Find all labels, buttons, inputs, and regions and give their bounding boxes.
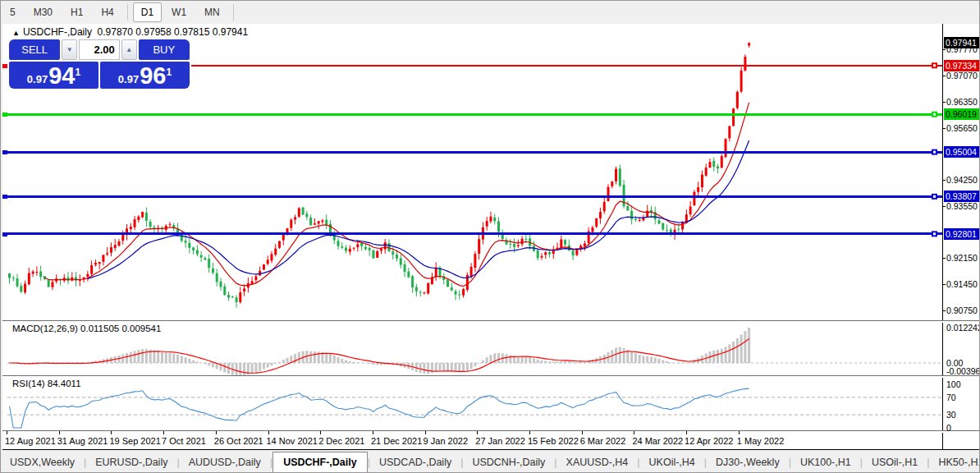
candle <box>584 243 586 246</box>
candle <box>599 212 602 218</box>
hline-left-marker[interactable] <box>2 232 7 236</box>
candle <box>372 250 374 259</box>
candle <box>407 272 410 278</box>
sell-button[interactable]: SELL <box>9 39 60 60</box>
candle <box>544 252 547 255</box>
tab-xauusd-h4[interactable]: XAUUSD-,H4 <box>557 452 638 472</box>
candle <box>642 218 644 220</box>
timeframe-button-m30[interactable]: M30 <box>25 2 61 22</box>
date-axis[interactable]: 12 Aug 202131 Aug 202119 Sep 20217 Oct 2… <box>2 431 942 449</box>
volume-input[interactable]: 2.00 <box>79 39 120 60</box>
candle <box>732 108 735 126</box>
candle <box>455 292 457 295</box>
price-axis-tick: 0.91450 <box>946 278 980 290</box>
rsi-canvas[interactable] <box>7 377 942 431</box>
price-badge-blue-line: 0.95004 <box>944 146 980 158</box>
candle <box>693 192 695 206</box>
buy-price-big: 96 <box>140 64 166 88</box>
candle <box>274 249 277 255</box>
tab-usoil-h1[interactable]: USOil-,H1 <box>863 452 927 472</box>
candle <box>329 224 332 233</box>
macd-splitter[interactable] <box>2 320 979 323</box>
trading-terminal-window: 5M30H1H4D1W1MN ▲USDCHF-,Daily 0.97870 0.… <box>0 0 980 473</box>
candle <box>141 212 144 218</box>
timeframe-button-d1[interactable]: D1 <box>133 2 162 22</box>
macd-axis-label: 0.012242 <box>946 322 980 333</box>
tab-ukoil-h4[interactable]: UKOil-,H4 <box>640 452 704 472</box>
candle <box>595 218 598 227</box>
candle <box>451 287 453 291</box>
candle <box>725 139 727 157</box>
tab-audusd-daily[interactable]: AUDUSD-,Daily <box>180 452 270 472</box>
candle <box>564 240 566 244</box>
timeframe-button-h4[interactable]: H4 <box>93 2 121 22</box>
tab-usdcnh-daily[interactable]: USDCNH-,Daily <box>463 452 554 472</box>
rsi-axis-label: 70 <box>946 392 980 403</box>
volume-decrease-button[interactable]: ▼ <box>62 39 77 60</box>
candle <box>321 221 323 223</box>
candle <box>114 245 117 248</box>
hline-left-marker[interactable] <box>2 195 7 199</box>
tab-usdchf-daily[interactable]: USDCHF-,Daily <box>272 452 368 473</box>
rsi-splitter[interactable] <box>2 375 979 378</box>
candle <box>243 288 245 292</box>
tab-usdx-weekly[interactable]: USDX,Weekly <box>1 452 84 472</box>
sell-price[interactable]: 0.97 94 1 <box>9 62 98 89</box>
buy-button[interactable]: BUY <box>139 39 190 60</box>
date-axis-tick <box>634 431 634 434</box>
candle <box>168 224 171 225</box>
volume-increase-button[interactable]: ▲ <box>121 39 137 60</box>
candle <box>427 283 429 293</box>
buy-price[interactable]: 0.97 96 1 <box>100 62 190 89</box>
candle <box>337 241 340 246</box>
date-label: 12 Aug 2021 <box>5 436 56 446</box>
candle <box>20 286 22 292</box>
candle <box>267 259 269 264</box>
timeframe-button-h1[interactable]: H1 <box>62 2 91 22</box>
timeframe-button-mn[interactable]: MN <box>196 2 228 22</box>
candle <box>435 268 437 277</box>
date-axis-tick <box>7 431 7 434</box>
candle <box>478 239 480 254</box>
candle <box>110 247 112 253</box>
candle <box>369 248 371 250</box>
date-label: 14 Nov 2021 <box>267 436 318 446</box>
tab-dj30-weekly[interactable]: DJ30-,Weekly <box>707 452 789 472</box>
date-axis-tick <box>163 431 164 434</box>
date-axis-tick <box>216 431 217 434</box>
candle <box>79 280 81 281</box>
date-axis-tick <box>111 431 112 434</box>
timeframe-button-w1[interactable]: W1 <box>163 2 195 22</box>
candle <box>689 206 692 214</box>
timeframe-button-5[interactable]: 5 <box>2 2 24 22</box>
tab-usdcad-daily[interactable]: USDCAD-,Daily <box>370 452 460 472</box>
price-axis-tick-mark <box>942 310 946 311</box>
tab-eurusd-daily[interactable]: EURUSD-,Daily <box>86 452 176 472</box>
toolbar-separator <box>127 4 128 21</box>
candle <box>392 251 394 255</box>
candle <box>353 248 355 249</box>
candle <box>290 220 292 228</box>
date-label: 31 Aug 2021 <box>57 436 108 446</box>
hline-left-marker[interactable] <box>2 150 7 154</box>
candle <box>364 247 367 250</box>
candle <box>236 297 238 302</box>
date-axis-tick <box>59 431 60 434</box>
price-badge-blue-line: 0.93807 <box>944 191 980 202</box>
tab-uk100-h1[interactable]: UK100-,H1 <box>791 452 860 472</box>
candle <box>728 126 730 138</box>
candle <box>121 235 124 241</box>
hline-left-marker[interactable] <box>2 113 7 117</box>
tab-hk50-h1[interactable]: HK50-,H1 <box>930 452 980 472</box>
candle <box>90 265 93 273</box>
chart-symbol-label: USDCHF-,Daily <box>23 26 92 38</box>
date-axis-tick <box>582 431 583 434</box>
candle <box>278 241 281 248</box>
candle <box>196 250 199 255</box>
date-axis-tick <box>268 431 269 434</box>
candle <box>216 273 218 282</box>
candle <box>681 223 684 230</box>
macd-label: MACD(12,26,9) 0.011505 0.009541 <box>12 324 161 333</box>
date-label: 19 Sep 2021 <box>109 436 160 446</box>
date-label: 7 Oct 2021 <box>162 436 206 446</box>
